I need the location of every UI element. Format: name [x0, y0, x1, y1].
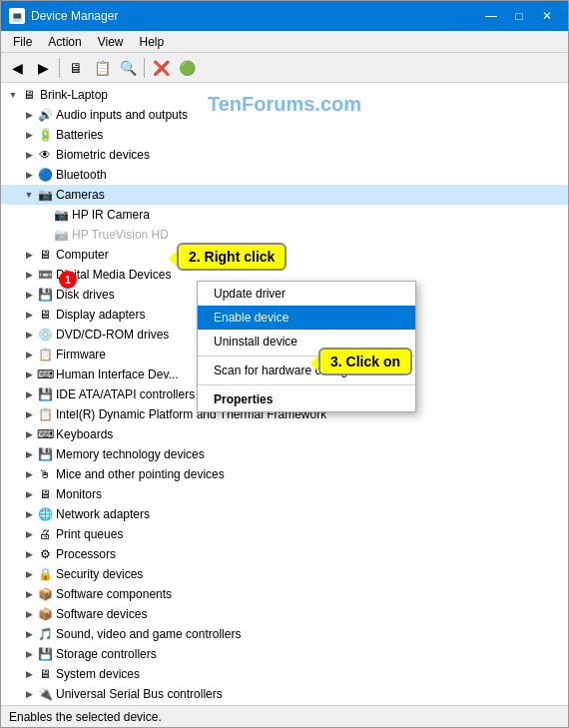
- add-button[interactable]: 🟢: [175, 56, 199, 80]
- display-expander[interactable]: ▶: [21, 307, 37, 323]
- sys-expander[interactable]: ▶: [21, 666, 37, 682]
- root-label: Brink-Laptop: [40, 88, 108, 102]
- computer-expander[interactable]: ▶: [21, 247, 37, 263]
- sec-expander[interactable]: ▶: [21, 566, 37, 582]
- list-item[interactable]: ▶ 📦 Software components: [1, 584, 568, 604]
- hp-truevision-expander: [37, 227, 53, 243]
- list-item[interactable]: ▶ 🔒 Security devices: [1, 564, 568, 584]
- ctx-enable-device[interactable]: Enable device: [198, 306, 415, 330]
- monitors-expander[interactable]: ▶: [21, 486, 37, 502]
- click-on-callout: 3. Click on: [318, 348, 412, 375]
- ide-icon: 💾: [37, 386, 53, 402]
- list-item[interactable]: ▶ ⚙ Processors: [1, 544, 568, 564]
- list-item[interactable]: ▶ 🔵 Bluetooth: [1, 165, 568, 185]
- menu-file[interactable]: File: [5, 33, 40, 51]
- menu-view[interactable]: View: [90, 33, 132, 51]
- swd-label: Software devices: [56, 607, 147, 621]
- ctx-properties[interactable]: Properties: [198, 387, 415, 411]
- mem-expander[interactable]: ▶: [21, 446, 37, 462]
- search-button[interactable]: 🔍: [116, 56, 140, 80]
- sec-icon: 🔒: [37, 566, 53, 582]
- ide-label: IDE ATA/ATAPI controllers: [56, 387, 195, 401]
- computer-button[interactable]: 🖥: [64, 56, 88, 80]
- kbd-expander[interactable]: ▶: [21, 426, 37, 442]
- close-button[interactable]: ✕: [534, 6, 560, 26]
- list-item[interactable]: ▶ 🖨 Print queues: [1, 524, 568, 544]
- stor-expander[interactable]: ▶: [21, 646, 37, 662]
- proc-expander[interactable]: ▶: [21, 546, 37, 562]
- net-expander[interactable]: ▶: [21, 506, 37, 522]
- battery-icon: 🔋: [37, 127, 53, 143]
- cameras-item[interactable]: ▼ 📷 Cameras: [1, 185, 568, 205]
- hp-truevision-label: HP TrueVision HD: [72, 228, 169, 242]
- computer-label: Computer: [56, 248, 109, 262]
- list-item[interactable]: ▶ 💾 Memory technology devices: [1, 444, 568, 464]
- usb-expander[interactable]: ▶: [21, 686, 37, 702]
- dmd-expander[interactable]: ▶: [21, 267, 37, 283]
- list-item[interactable]: ▶ 🌐 Network adapters: [1, 504, 568, 524]
- list-item[interactable]: ▶ 🔊 Audio inputs and outputs: [1, 105, 568, 125]
- disk-expander[interactable]: ▶: [21, 287, 37, 303]
- mice-expander[interactable]: ▶: [21, 466, 37, 482]
- remove-button[interactable]: ❌: [149, 56, 173, 80]
- stor-icon: 💾: [37, 646, 53, 662]
- ide-expander[interactable]: ▶: [21, 386, 37, 402]
- list-item[interactable]: ▶ 🔋 Batteries: [1, 125, 568, 145]
- list-item[interactable]: ▶ 🖥 System devices: [1, 664, 568, 684]
- menu-help[interactable]: Help: [132, 33, 173, 51]
- list-item[interactable]: ▶ ⌨ Keyboards: [1, 424, 568, 444]
- list-item[interactable]: 📷 HP TrueVision HD: [1, 225, 568, 245]
- biometric-label: Biometric devices: [56, 148, 150, 162]
- mice-label: Mice and other pointing devices: [56, 467, 225, 481]
- net-label: Network adapters: [56, 507, 150, 521]
- hp-ir-icon: 📷: [53, 207, 69, 223]
- dvd-label: DVD/CD-ROM drives: [56, 328, 169, 342]
- list-item[interactable]: ▶ 📦 Software devices: [1, 604, 568, 624]
- list-item[interactable]: 📷 HP IR Camera: [1, 205, 568, 225]
- maximize-button[interactable]: □: [506, 6, 532, 26]
- print-expander[interactable]: ▶: [21, 526, 37, 542]
- kbd-icon: ⌨: [37, 426, 53, 442]
- sys-icon: 🖥: [37, 666, 53, 682]
- list-item[interactable]: ▶ 💾 Storage controllers: [1, 644, 568, 664]
- cameras-icon: 📷: [37, 187, 53, 203]
- ctx-update-driver[interactable]: Update driver: [198, 282, 415, 306]
- disk-icon: 💾: [37, 287, 53, 303]
- intel-icon: 📋: [37, 406, 53, 422]
- properties-button[interactable]: 📋: [90, 56, 114, 80]
- intel-expander[interactable]: ▶: [21, 406, 37, 422]
- snd-expander[interactable]: ▶: [21, 626, 37, 642]
- bluetooth-expander[interactable]: ▶: [21, 167, 37, 183]
- swd-expander[interactable]: ▶: [21, 606, 37, 622]
- fw-expander[interactable]: ▶: [21, 347, 37, 363]
- list-item[interactable]: ▶ 👁 Biometric devices: [1, 145, 568, 165]
- audio-expander[interactable]: ▶: [21, 107, 37, 123]
- audio-icon: 🔊: [37, 107, 53, 123]
- back-button[interactable]: ◀: [5, 56, 29, 80]
- forward-button[interactable]: ▶: [31, 56, 55, 80]
- minimize-button[interactable]: —: [478, 6, 504, 26]
- root-expander[interactable]: ▼: [5, 87, 21, 103]
- computer-tree-icon: 🖥: [37, 247, 53, 263]
- list-item[interactable]: ▶ 🖱 Mice and other pointing devices: [1, 464, 568, 484]
- mem-label: Memory technology devices: [56, 447, 205, 461]
- list-item[interactable]: ▶ 🖥 Monitors: [1, 484, 568, 504]
- swc-expander[interactable]: ▶: [21, 586, 37, 602]
- toolbar: ◀ ▶ 🖥 📋 🔍 ❌ 🟢: [1, 53, 568, 83]
- batteries-expander[interactable]: ▶: [21, 127, 37, 143]
- list-item[interactable]: ▶ 🔌 Universal Serial Bus controllers: [1, 684, 568, 704]
- cameras-expander[interactable]: ▼: [21, 187, 37, 203]
- menu-action[interactable]: Action: [40, 33, 89, 51]
- biometric-expander[interactable]: ▶: [21, 147, 37, 163]
- proc-icon: ⚙: [37, 546, 53, 562]
- hid-icon: ⌨: [37, 366, 53, 382]
- tree-root[interactable]: ▼ 🖥 Brink-Laptop: [1, 85, 568, 105]
- swc-label: Software components: [56, 587, 172, 601]
- menu-bar: File Action View Help: [1, 31, 568, 53]
- list-item[interactable]: ▶ 🎵 Sound, video and game controllers: [1, 624, 568, 644]
- dvd-icon: 💿: [37, 327, 53, 343]
- usb-label: Universal Serial Bus controllers: [56, 687, 223, 701]
- dvd-expander[interactable]: ▶: [21, 327, 37, 343]
- sys-label: System devices: [56, 667, 140, 681]
- hid-expander[interactable]: ▶: [21, 366, 37, 382]
